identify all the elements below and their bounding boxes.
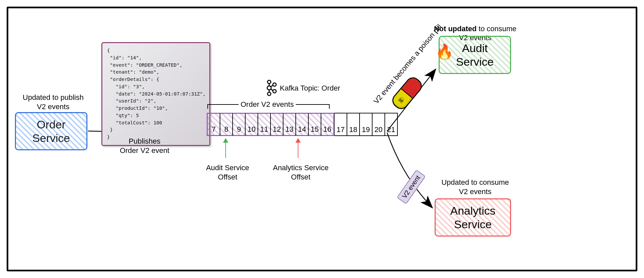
fire-icon: 🔥 <box>435 43 454 60</box>
svg-point-1 <box>267 86 271 90</box>
event-json-box: { "id": "14", "event": "ORDER_CREATED", … <box>101 42 210 146</box>
analytics-offset-label: Analytics Service Offset <box>266 163 336 181</box>
audit-offset-arrow <box>225 139 226 158</box>
svg-point-2 <box>268 92 271 96</box>
topic-cell-20: 20 <box>372 113 385 136</box>
audit-offset-label: Audit Service Offset <box>199 163 256 181</box>
audit-service-label: Audit Service <box>456 41 493 69</box>
diagram-canvas: Updated to publish V2 events Order Servi… <box>0 0 644 278</box>
topic-cell-8: 8 <box>220 113 233 136</box>
topic-cell-14: 14 <box>296 113 308 136</box>
kafka-icon <box>265 79 277 97</box>
topic-cell-18: 18 <box>347 113 360 136</box>
svg-line-7 <box>271 85 273 87</box>
v2-bracket-label: Order V2 events <box>239 100 296 109</box>
svg-line-8 <box>271 89 273 91</box>
topic-cell-16: 16 <box>321 113 334 136</box>
topic-cell-19: 19 <box>360 113 372 136</box>
topic-cell-21: 21 <box>385 113 398 136</box>
svg-point-3 <box>273 83 276 86</box>
analytics-service-caption: Updated to consume V2 events <box>432 178 518 196</box>
order-service-label: Order Service <box>32 118 70 145</box>
kafka-topic-label: Kafka Topic: Order <box>280 84 340 93</box>
topic-cell-12: 12 <box>270 113 283 136</box>
kafka-topic: 789101112131415161718192021 <box>207 113 398 136</box>
audit-caption-bold: Not updated <box>434 25 477 33</box>
order-service-caption: Updated to publish V2 events <box>15 93 91 111</box>
topic-cell-10: 10 <box>245 113 258 136</box>
analytics-service-label: Analytics Service <box>450 204 495 231</box>
topic-cell-15: 15 <box>308 113 321 136</box>
svg-point-0 <box>268 80 271 84</box>
publish-arrow-label: Publishes Order V2 event <box>101 137 188 155</box>
topic-cell-13: 13 <box>283 113 296 136</box>
topic-cell-7: 7 <box>207 113 220 136</box>
svg-point-4 <box>273 90 276 93</box>
order-service-box: Order Service <box>15 112 87 150</box>
topic-cell-11: 11 <box>258 113 270 136</box>
topic-cell-9: 9 <box>233 113 245 136</box>
topic-cell-17: 17 <box>334 113 347 136</box>
analytics-service-box: Analytics Service <box>435 198 511 237</box>
analytics-offset-arrow <box>298 139 298 158</box>
